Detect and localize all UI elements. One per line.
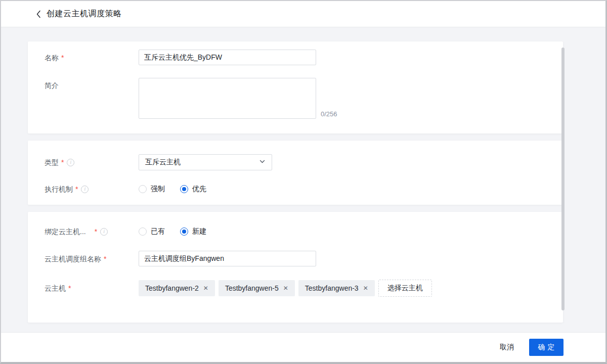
footer-action-bar: 取消 确定 bbox=[1, 332, 605, 362]
hosts-field-row: 云主机 * Testbyfangwen-2 ✕ Testbyfangwen-5 … bbox=[45, 280, 563, 297]
type-label-text: 类型 bbox=[45, 157, 59, 167]
char-counter: 0/256 bbox=[321, 110, 337, 118]
hosts-label: 云主机 * bbox=[45, 283, 139, 293]
name-label-text: 名称 bbox=[45, 53, 59, 63]
confirm-button[interactable]: 确定 bbox=[529, 339, 563, 356]
type-select[interactable]: 互斥云主机 bbox=[139, 154, 272, 170]
policy-card: 类型 * i 互斥云主机 执行机制 * i bbox=[28, 141, 563, 205]
required-mark: * bbox=[68, 283, 71, 293]
radio-label: 已有 bbox=[151, 227, 165, 236]
app-window: 创建云主机调度策略 名称 * 简介 0/256 bbox=[0, 0, 607, 364]
mechanism-label-text: 执行机制 bbox=[45, 184, 73, 194]
hosts-label-text: 云主机 bbox=[45, 283, 66, 293]
back-icon[interactable] bbox=[34, 9, 42, 19]
host-tag-text: Testbyfangwen-2 bbox=[145, 284, 199, 292]
group-name-label-text: 云主机调度组名称 bbox=[45, 254, 101, 264]
radio-option-force[interactable]: 强制 bbox=[139, 185, 165, 194]
bind-mode-label-text: 绑定云主机... bbox=[45, 226, 86, 237]
radio-icon bbox=[139, 185, 147, 193]
type-field-row: 类型 * i 互斥云主机 bbox=[45, 154, 563, 170]
host-tag: Testbyfangwen-5 ✕ bbox=[219, 280, 295, 296]
radio-option-new[interactable]: 新建 bbox=[180, 227, 206, 236]
mechanism-label: 执行机制 * i bbox=[45, 184, 139, 194]
tag-remove-icon[interactable]: ✕ bbox=[203, 285, 208, 291]
chevron-down-icon bbox=[259, 158, 266, 167]
name-input[interactable] bbox=[139, 50, 316, 65]
required-mark: * bbox=[95, 226, 97, 237]
type-label: 类型 * i bbox=[45, 157, 139, 167]
bind-mode-radio-group: 已有 新建 bbox=[139, 227, 206, 236]
info-icon[interactable]: i bbox=[81, 186, 89, 193]
tag-remove-icon[interactable]: ✕ bbox=[283, 285, 288, 291]
radio-icon-selected bbox=[180, 228, 188, 236]
tag-remove-icon[interactable]: ✕ bbox=[363, 285, 368, 291]
select-hosts-button[interactable]: 选择云主机 bbox=[378, 280, 432, 297]
radio-icon-selected bbox=[180, 185, 188, 193]
host-tag: Testbyfangwen-2 ✕ bbox=[139, 280, 215, 296]
group-name-input[interactable] bbox=[139, 251, 316, 266]
form-content: 名称 * 简介 0/256 类型 * i bbox=[1, 27, 605, 332]
required-mark: * bbox=[61, 53, 64, 63]
radio-label: 新建 bbox=[192, 227, 206, 236]
description-label: 简介 bbox=[45, 80, 139, 90]
required-mark: * bbox=[104, 254, 106, 264]
name-label: 名称 * bbox=[45, 53, 139, 63]
name-field-row: 名称 * bbox=[45, 50, 563, 65]
page-title: 创建云主机调度策略 bbox=[47, 9, 122, 19]
mechanism-radio-group: 强制 优先 bbox=[139, 185, 206, 194]
required-mark: * bbox=[75, 184, 78, 194]
bind-mode-field-row: 绑定云主机... * i 已有 新建 bbox=[45, 226, 563, 237]
host-tag: Testbyfangwen-3 ✕ bbox=[298, 280, 375, 296]
info-icon[interactable]: i bbox=[67, 159, 74, 166]
type-select-value: 互斥云主机 bbox=[145, 158, 181, 167]
radio-label: 强制 bbox=[151, 185, 165, 194]
description-control: 0/256 bbox=[139, 78, 316, 119]
required-mark: * bbox=[61, 157, 64, 167]
description-textarea[interactable] bbox=[139, 78, 316, 119]
basic-info-card: 名称 * 简介 0/256 bbox=[28, 41, 563, 133]
group-name-field-row: 云主机调度组名称 * bbox=[45, 251, 563, 266]
host-tag-list: Testbyfangwen-2 ✕ Testbyfangwen-5 ✕ Test… bbox=[139, 280, 432, 297]
page-header: 创建云主机调度策略 bbox=[1, 1, 605, 27]
description-label-text: 简介 bbox=[45, 80, 59, 90]
cancel-button[interactable]: 取消 bbox=[499, 340, 515, 355]
description-field-row: 简介 0/256 bbox=[45, 78, 563, 119]
radio-icon bbox=[139, 228, 147, 236]
bind-mode-label: 绑定云主机... * i bbox=[45, 226, 139, 237]
host-tag-text: Testbyfangwen-3 bbox=[305, 284, 359, 292]
mechanism-field-row: 执行机制 * i 强制 优先 bbox=[45, 184, 563, 194]
radio-label: 优先 bbox=[192, 185, 206, 194]
vertical-scrollbar[interactable] bbox=[561, 48, 565, 310]
binding-card: 绑定云主机... * i 已有 新建 云主机调度组 bbox=[28, 212, 563, 323]
group-name-label: 云主机调度组名称 * bbox=[45, 254, 139, 264]
radio-option-existing[interactable]: 已有 bbox=[139, 227, 165, 236]
host-tag-text: Testbyfangwen-5 bbox=[225, 284, 279, 292]
radio-option-priority[interactable]: 优先 bbox=[180, 185, 206, 194]
info-icon[interactable]: i bbox=[100, 228, 108, 236]
